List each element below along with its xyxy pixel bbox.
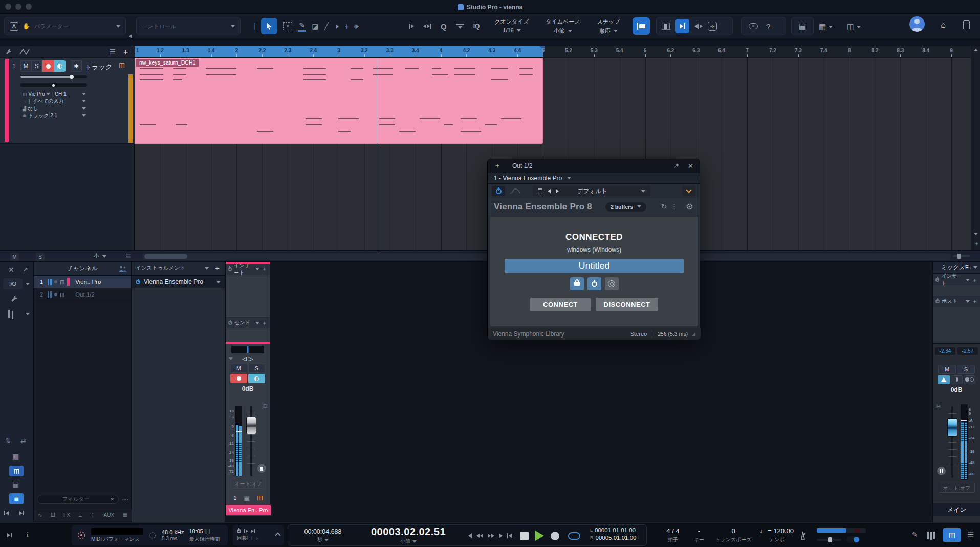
- console-detach-icon[interactable]: ↗: [23, 266, 28, 274]
- channel-type-tab[interactable]: ∿: [38, 512, 42, 518]
- main-fader[interactable]: [947, 406, 957, 478]
- channel-value[interactable]: CH 1: [55, 91, 67, 97]
- pencil-tool-button[interactable]: ✎: [298, 21, 306, 32]
- stop-button[interactable]: [520, 532, 529, 540]
- add-insert-button[interactable]: ＋: [262, 265, 267, 273]
- sends-power-icon[interactable]: [228, 321, 232, 325]
- timebase-selector[interactable]: タイムベース 小節: [540, 18, 586, 35]
- instrument-power-icon[interactable]: [136, 280, 140, 284]
- snap-toggle-button[interactable]: [633, 17, 650, 35]
- monitor-level-slider[interactable]: [817, 539, 841, 541]
- vep-reconnect-icon[interactable]: ↻: [661, 203, 667, 211]
- playhead[interactable]: [377, 58, 377, 250]
- channel-name[interactable]: Vien.. Pro: [75, 279, 101, 285]
- main-channel-label[interactable]: メイン: [933, 503, 980, 516]
- channel-type-tab[interactable]: Ξ: [78, 512, 82, 518]
- instrument-row[interactable]: Vienna Ensemble Pro: [132, 276, 225, 288]
- main-inserts-caret-icon[interactable]: [966, 279, 970, 281]
- tempo-control[interactable]: ♩= 120.00 テンポ: [757, 527, 796, 543]
- tempo-value[interactable]: = 120.00: [768, 527, 794, 535]
- rail-instruments-button[interactable]: Ш: [9, 466, 24, 476]
- strip-pan-control[interactable]: [231, 346, 264, 353]
- parameter-caret-icon[interactable]: [116, 25, 120, 28]
- main-solo-button[interactable]: S: [957, 365, 975, 374]
- rail-buses-icon[interactable]: ▤: [12, 480, 19, 488]
- target-icon[interactable]: ✛: [708, 22, 717, 31]
- instrument-row-name[interactable]: Vienna Ensemble Pro: [144, 278, 203, 285]
- vep-buffers-value[interactable]: 2 buffers: [611, 204, 633, 210]
- hzoom-slider[interactable]: [953, 255, 970, 257]
- console-wrench-icon[interactable]: [10, 294, 18, 303]
- main-gain-value[interactable]: 0dB: [951, 386, 963, 393]
- add-instrument-button[interactable]: ＋: [214, 264, 221, 273]
- rewind-button[interactable]: [476, 534, 483, 538]
- track-solo-button[interactable]: S: [31, 60, 42, 72]
- primary-time-unit[interactable]: 小節: [400, 538, 410, 545]
- instruments-caret-icon[interactable]: [205, 267, 209, 270]
- strip-gain-value[interactable]: 0dB: [242, 385, 254, 392]
- rail-collapse-icon[interactable]: ⇅: [5, 437, 11, 445]
- vep-buffers-caret-icon[interactable]: [637, 205, 641, 208]
- transpose-control[interactable]: 0 トランスポーズ: [712, 527, 754, 543]
- control-selector[interactable]: コントロール: [136, 17, 241, 35]
- vep-expand-button[interactable]: [682, 186, 695, 196]
- main-mute-button[interactable]: M: [938, 365, 956, 374]
- vep-connect-button[interactable]: CONNECT: [530, 298, 591, 311]
- return-to-start-button[interactable]: [507, 533, 512, 538]
- arrow-tool-button[interactable]: [261, 18, 277, 34]
- signature-value[interactable]: 4 / 4: [661, 527, 685, 535]
- inserts-header[interactable]: インサート ＋: [226, 264, 270, 275]
- main-automation-mode[interactable]: オート:オフ: [939, 483, 975, 493]
- channel-type-tab[interactable]: Ш: [51, 512, 55, 518]
- annotation-pencil-icon[interactable]: ✎: [912, 531, 918, 539]
- track-output-selector[interactable]: ▟ なし: [20, 105, 88, 112]
- quantize-selector[interactable]: クオンタイズ 1/16: [487, 18, 536, 33]
- panel-left-icon[interactable]: [662, 23, 670, 30]
- channel-type-filter-icon[interactable]: [8, 309, 13, 319]
- mono-toggle[interactable]: [846, 536, 860, 543]
- macro-toolbar-icon[interactable]: ≡: [749, 23, 758, 29]
- track-instrument-icon[interactable]: Ш: [119, 61, 125, 69]
- vep-target-button[interactable]: [605, 277, 619, 290]
- add-send-button[interactable]: ＋: [262, 319, 267, 327]
- footer-menu-icon[interactable]: ☰: [126, 253, 132, 260]
- channel-more-button[interactable]: ⋯: [122, 496, 128, 503]
- track-mute-button[interactable]: M: [20, 60, 31, 72]
- scroll-up-icon[interactable]: [974, 49, 978, 51]
- vep-slot-label[interactable]: 1 - Vienna Ensemble Pro: [494, 175, 562, 182]
- channel-type-tab[interactable]: FX: [63, 512, 70, 518]
- video-group[interactable]: ▤: [791, 17, 814, 35]
- track-sustain-button[interactable]: ✱: [71, 60, 82, 72]
- mute-tool-button[interactable]: 🕨: [334, 22, 339, 31]
- main-add-insert-button[interactable]: ＋: [972, 276, 977, 284]
- help-icon[interactable]: ?: [766, 22, 770, 31]
- nudge-right-icon[interactable]: [423, 24, 431, 29]
- strip-mute-button[interactable]: M: [230, 364, 247, 373]
- quantize-value[interactable]: 1/16: [503, 27, 513, 33]
- track-layer-selector[interactable]: ≞ トラック 2.1: [20, 112, 88, 119]
- macro-fill-icon[interactable]: [456, 24, 464, 29]
- next-marker-button[interactable]: [499, 533, 503, 538]
- parameter-selector[interactable]: A ✋ パラメーター: [4, 17, 126, 35]
- autoscroll-footer-icon[interactable]: [7, 533, 12, 537]
- global-mute-button[interactable]: M: [10, 253, 19, 261]
- volume-slider-handle[interactable]: [70, 75, 74, 79]
- vep-disconnect-button[interactable]: DISCONNECT: [596, 298, 658, 311]
- range-tool-button[interactable]: ✕: [283, 22, 292, 30]
- track-record-arm-button[interactable]: [42, 60, 54, 72]
- vep-add-tab-button[interactable]: ＋: [494, 161, 501, 171]
- preset-name[interactable]: デフォルト: [577, 187, 607, 195]
- split-tool-button[interactable]: ⍭: [344, 22, 349, 31]
- vep-menu-icon[interactable]: ⋮: [671, 203, 678, 211]
- main-panner-icon[interactable]: [937, 467, 946, 475]
- input-value[interactable]: すべての入力: [33, 98, 64, 105]
- iq-button[interactable]: IQ: [473, 23, 480, 30]
- vep-power-button[interactable]: [587, 277, 601, 290]
- vep-settings-icon[interactable]: [686, 203, 693, 211]
- snap-caret-icon[interactable]: [614, 30, 618, 32]
- vep-instance-field[interactable]: Untitled: [505, 259, 684, 274]
- main-layout-icon[interactable]: ⊟: [936, 403, 941, 410]
- strip-automation-mode[interactable]: オート:オフ: [230, 479, 266, 489]
- nudge-left-icon[interactable]: [409, 24, 414, 29]
- vep-slot-caret-icon[interactable]: [567, 177, 571, 179]
